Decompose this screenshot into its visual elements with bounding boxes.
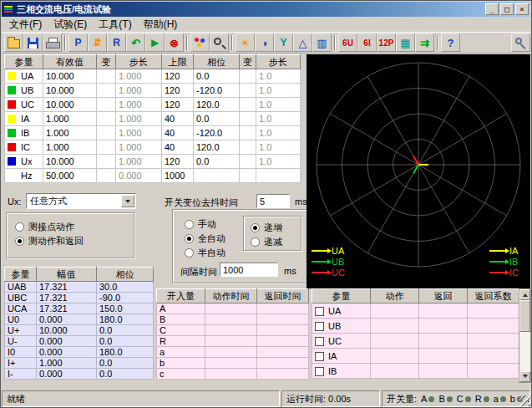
- phase-vary-cell[interactable]: [240, 98, 256, 112]
- phase-cell[interactable]: 0.0: [194, 155, 240, 169]
- value-step-cell[interactable]: 1.000: [116, 140, 162, 155]
- phase-step-cell[interactable]: 1.0: [256, 98, 301, 112]
- key-button[interactable]: [511, 33, 530, 52]
- value-step-cell[interactable]: 1.000: [116, 155, 162, 169]
- value-cell[interactable]: 1.000: [43, 112, 97, 126]
- phase-cell[interactable]: [194, 169, 240, 183]
- value-step-cell[interactable]: 1.000: [116, 69, 162, 84]
- limit-cell[interactable]: 120: [162, 69, 194, 84]
- radio-option[interactable]: 半自动: [185, 247, 225, 258]
- phase-vary-cell[interactable]: [240, 169, 256, 183]
- value-vary-cell[interactable]: [97, 155, 116, 169]
- limit-cell[interactable]: 120: [162, 155, 194, 169]
- twelve-phase-button[interactable]: 12P: [377, 33, 396, 52]
- result-table-scrollbar[interactable]: [519, 288, 531, 383]
- help-button[interactable]: ?: [441, 33, 460, 52]
- row-checkbox[interactable]: [315, 322, 324, 331]
- ux-mode-select[interactable]: 任意方式: [26, 193, 136, 209]
- limit-cell[interactable]: 40: [162, 126, 194, 140]
- phase-vary-cell[interactable]: [240, 69, 256, 84]
- value-vary-cell[interactable]: [97, 112, 116, 126]
- phase-cell[interactable]: 120.0: [194, 140, 240, 155]
- interval-input[interactable]: [220, 263, 278, 277]
- value-vary-cell[interactable]: [97, 84, 116, 98]
- debounce-input[interactable]: [256, 194, 290, 208]
- radio-option[interactable]: 递减: [251, 236, 301, 247]
- value-cell[interactable]: 50.000: [43, 169, 97, 183]
- limit-cell[interactable]: 40: [162, 140, 194, 155]
- row-checkbox[interactable]: [315, 352, 324, 361]
- value-vary-cell[interactable]: [97, 169, 116, 183]
- waveform-button[interactable]: ▦: [396, 33, 415, 52]
- radio-option[interactable]: 递增: [251, 222, 301, 233]
- value-cell[interactable]: 10.000: [43, 155, 97, 169]
- brightness-button[interactable]: ☀: [236, 33, 255, 52]
- close-button[interactable]: ×: [515, 3, 529, 15]
- value-step-cell[interactable]: 1.000: [116, 84, 162, 98]
- phase-step-cell[interactable]: 1.0: [256, 84, 301, 98]
- dropdown-button[interactable]: [121, 195, 134, 207]
- parameter-button[interactable]: P: [68, 33, 88, 52]
- value-cell[interactable]: 1.000: [43, 140, 97, 155]
- minimize-button[interactable]: _: [485, 3, 499, 15]
- row-checkbox[interactable]: [315, 367, 324, 376]
- print-button[interactable]: [43, 33, 62, 52]
- param-name-cell[interactable]: IB: [5, 126, 43, 140]
- sequence-button[interactable]: ⇉: [415, 33, 434, 52]
- param-name-cell[interactable]: IC: [5, 140, 43, 155]
- row-checkbox[interactable]: [315, 337, 324, 346]
- phase-cell[interactable]: -120.0: [194, 126, 240, 140]
- phase-step-cell[interactable]: 1.0: [256, 112, 301, 126]
- phase-vary-cell[interactable]: [240, 84, 256, 98]
- harmonics-button[interactable]: ▥: [312, 33, 332, 52]
- value-step-cell[interactable]: 1.000: [116, 98, 162, 112]
- value-cell[interactable]: 10.000: [43, 84, 97, 98]
- limit-cell[interactable]: 1000: [162, 169, 194, 183]
- six-current-button[interactable]: 6I: [357, 33, 377, 52]
- radio-option[interactable]: 测接点动作: [15, 221, 134, 232]
- save-button[interactable]: [23, 33, 43, 52]
- param-name-cell[interactable]: UA: [5, 69, 43, 84]
- phase-vary-cell[interactable]: [240, 140, 256, 155]
- value-cell[interactable]: 10.000: [43, 98, 97, 112]
- menu-item[interactable]: 试验(E): [48, 16, 93, 33]
- phase-step-cell[interactable]: 1.0: [256, 126, 301, 140]
- limit-cell[interactable]: 120: [162, 84, 194, 98]
- limit-cell[interactable]: 120: [162, 98, 194, 112]
- value-vary-cell[interactable]: [97, 126, 116, 140]
- menu-item[interactable]: 帮助(H): [138, 16, 184, 33]
- palette-button[interactable]: [190, 33, 210, 52]
- value-step-cell[interactable]: 1.000: [116, 126, 162, 140]
- phase-step-cell[interactable]: 1.0: [256, 155, 301, 169]
- phase-cell[interactable]: 0.0: [194, 69, 240, 84]
- limit-cell[interactable]: 40: [162, 112, 194, 126]
- param-name-cell[interactable]: Ux: [5, 155, 43, 169]
- radio-option[interactable]: 手动: [185, 218, 225, 230]
- open-button[interactable]: [4, 33, 23, 52]
- param-name-cell[interactable]: IA: [5, 112, 43, 126]
- scroll-down-button[interactable]: [519, 371, 530, 382]
- phase-cell[interactable]: -120.0: [194, 84, 240, 98]
- delta-connection-button[interactable]: △: [293, 33, 312, 52]
- value-step-cell[interactable]: 0.000: [116, 169, 162, 183]
- param-name-cell[interactable]: UC: [5, 98, 43, 112]
- value-vary-cell[interactable]: [97, 69, 116, 84]
- phase-vary-cell[interactable]: [240, 155, 256, 169]
- start-button[interactable]: ▶: [145, 33, 165, 52]
- radio-option[interactable]: 全自动: [185, 232, 225, 244]
- phase-step-cell[interactable]: [256, 169, 301, 183]
- param-name-cell[interactable]: UB: [5, 84, 43, 98]
- row-checkbox[interactable]: [315, 307, 324, 316]
- menu-item[interactable]: 文件(F): [3, 16, 48, 33]
- phase-vary-cell[interactable]: [240, 112, 256, 126]
- stop-button[interactable]: ⊗: [165, 33, 184, 52]
- levels-button[interactable]: ⇵: [88, 33, 107, 52]
- phase-cell[interactable]: 0.0: [194, 112, 240, 126]
- zoom-button[interactable]: [210, 33, 229, 52]
- wye-connection-button[interactable]: Y: [274, 33, 293, 52]
- scroll-up-button[interactable]: [519, 289, 530, 300]
- undo-button[interactable]: ↶: [126, 33, 145, 52]
- reset-button[interactable]: R: [107, 33, 126, 52]
- scrollbar-thumb[interactable]: [519, 300, 530, 332]
- value-vary-cell[interactable]: [97, 140, 116, 155]
